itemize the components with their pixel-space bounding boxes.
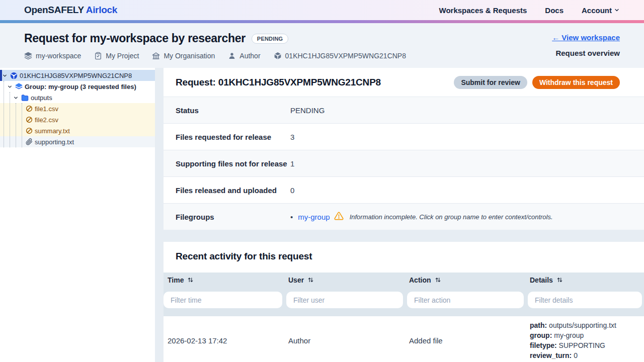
tree-guide-line [4,81,4,147]
activity-row: 2026-02-13 17:42 Author Added file path:… [164,316,644,362]
request-icon [10,72,18,79]
status-badge: PENDING [252,34,289,44]
brand-primary: OpenSAFELY [24,5,84,15]
sort-icon[interactable] [307,277,314,283]
column-header-user[interactable]: User [284,273,405,287]
recent-activity-card: Recent activity for this request Time Us… [164,242,644,362]
paperclip-icon [26,138,33,145]
brand-logo[interactable]: OpenSAFELY Airlock [24,5,117,16]
user-icon [228,52,236,60]
meta-author: Author [228,52,260,60]
filegroups-row: Filegroups • my-group Information incomp… [164,203,644,230]
account-menu-button[interactable]: Account [582,6,620,15]
activity-details: path: outputs/supporting.txt group: my-g… [526,316,644,362]
page-title: Request for my-workspace by researcher [24,32,246,45]
tree-guide-line [10,92,10,147]
supporting-files-row: Supporting files not for release 1 [164,150,644,176]
account-label: Account [582,6,612,15]
meta-request-id: 01KHC1HJG85VXPMP5WNG21CNP8 [274,52,406,60]
activity-title: Recent activity for this request [176,251,632,262]
activity-filter-row [164,287,644,316]
activity-table: Time User Action Details [164,273,644,362]
output-file-icon [26,116,33,123]
meta-project: My Project [94,52,139,60]
request-overview-label: Request overview [555,49,620,57]
file-tree-sidebar: 01KHC1HJG85VXPMP5WNG21CNP8 Group: my-gro… [0,68,155,362]
main-content: Request: 01KHC1HJG85VXPMP5WNG21CNP8 Subm… [164,68,644,362]
files-requested-row: Files requested for release 3 [164,123,644,150]
sort-icon[interactable] [187,277,194,283]
activity-user: Author [284,316,405,362]
request-card-title: Request: 01KHC1HJG85VXPMP5WNG21CNP8 [176,77,381,88]
filter-time-input[interactable] [164,292,282,308]
organisation-icon [152,52,160,60]
nav-docs-link[interactable]: Docs [545,6,564,15]
card-gap [164,230,644,242]
tree-item-file1[interactable]: file1.csv [0,103,155,114]
meta-workspace: my-workspace [24,52,81,60]
tree-item-outputs-folder[interactable]: outputs [0,92,155,103]
brand-secondary: Airlock [86,5,117,15]
clipboard-icon [94,52,102,60]
view-workspace-link[interactable]: ← View workspace [552,33,620,42]
column-header-action[interactable]: Action [405,273,526,287]
warning-icon [334,211,344,222]
activity-time: 2026-02-13 17:42 [164,316,284,362]
package-icon [274,52,282,60]
activity-table-header: Time User Action Details [164,273,644,287]
folder-icon [21,94,29,102]
page-header: Request for my-workspace by researcher P… [0,23,644,68]
filter-action-input[interactable] [407,292,524,308]
group-layers-icon [15,83,23,90]
output-file-icon [26,127,33,134]
tree-item-request-root[interactable]: 01KHC1HJG85VXPMP5WNG21CNP8 [0,70,155,81]
chevron-down-icon[interactable] [13,95,19,101]
tree-item-group[interactable]: Group: my-group (3 requested files) [0,81,155,92]
filter-details-input[interactable] [528,292,642,308]
tree-item-file2[interactable]: file2.csv [0,114,155,125]
tree-item-supporting[interactable]: supporting.txt [0,136,155,147]
header-meta-row: my-workspace My Project My Organisation … [24,52,406,60]
meta-organisation: My Organisation [152,52,215,60]
chevron-down-icon[interactable] [2,73,8,78]
output-file-icon [26,105,33,112]
layers-icon [24,52,32,60]
status-row: Status PENDING [164,97,644,123]
chevron-down-icon[interactable] [7,84,13,89]
chevron-down-icon [614,6,620,15]
top-navbar: OpenSAFELY Airlock Workspaces & Requests… [0,0,644,20]
withdraw-request-button[interactable]: Withdraw this request [532,76,620,89]
nav-workspaces-link[interactable]: Workspaces & Requests [439,6,527,15]
activity-action: Added file [405,316,526,362]
filter-user-input[interactable] [286,292,403,308]
column-header-time[interactable]: Time [164,273,284,287]
nav-links: Workspaces & Requests Docs Account [439,6,620,15]
bullet: • [290,213,293,221]
sort-icon[interactable] [435,277,441,283]
sort-icon[interactable] [556,277,563,283]
tree-guide-line [16,103,16,147]
submit-for-review-button[interactable]: Submit for review [454,76,527,89]
filegroup-link[interactable]: my-group [298,213,330,221]
tree-item-summary[interactable]: summary.txt [0,125,155,136]
tree-guide-line [22,103,22,147]
request-summary-card: Request: 01KHC1HJG85VXPMP5WNG21CNP8 Subm… [164,68,644,230]
column-header-details[interactable]: Details [526,273,644,287]
filegroup-warning-text: Information incomplete. Click on group n… [350,213,553,221]
files-released-row: Files released and uploaded 0 [164,176,644,203]
